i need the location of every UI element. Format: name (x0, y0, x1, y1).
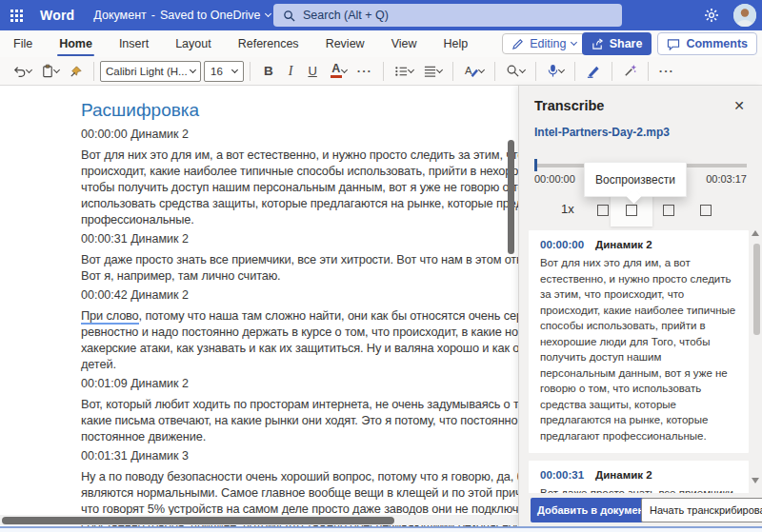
document-horizontal-scrollbar[interactable] (0, 515, 518, 525)
document-text-line: Вот для них это для им, а вот естественн… (81, 147, 518, 163)
transcript-entries-list[interactable]: 00:00:00Динамик 2Вот для них это для им,… (519, 227, 751, 493)
comments-button[interactable]: Comments (657, 32, 757, 55)
panel-scrollbar-thumb[interactable] (753, 244, 760, 335)
audio-file-link[interactable]: Intel-Partners-Day-2.mp3 (519, 114, 762, 139)
play-button[interactable] (626, 205, 637, 216)
document-vertical-scrollbar[interactable] (508, 140, 514, 254)
italic-button[interactable]: I (282, 60, 300, 83)
tab-file[interactable]: File (0, 30, 46, 57)
transcript-entry-card[interactable]: 00:00:31Динамик 2Вот даже просто знать в… (529, 461, 749, 493)
timestamp-speaker-label: 00:00:42 Динамик 2 (81, 288, 518, 303)
pencil-icon (511, 38, 524, 50)
svg-text:A: A (465, 65, 472, 76)
transcribe-panel: Transcribe ✕ Intel-Partners-Day-2.mp3 00… (518, 86, 762, 526)
editing-label: Editing (530, 37, 566, 50)
restart-transcription-button[interactable]: Начать транскрибирование заново (641, 498, 762, 522)
line-spacing-button[interactable] (419, 60, 446, 83)
magic-wand-button[interactable] (619, 60, 641, 83)
timestamp-speaker-label: 00:01:09 Динамик 2 (81, 377, 518, 391)
settings-gear-icon[interactable] (699, 3, 724, 28)
time-total: 00:03:17 (706, 173, 747, 185)
dictate-button[interactable] (543, 60, 568, 83)
search-input[interactable]: Search (Alt + Q) (273, 4, 622, 27)
chevron-down-icon (265, 10, 271, 17)
player-controls: 1x Воспроизвести (519, 194, 762, 227)
chevron-down-icon (558, 66, 565, 72)
paste-button[interactable] (37, 60, 63, 83)
document-text-line: использовать средства защиты, которые пр… (81, 195, 518, 211)
chevron-down-icon (231, 66, 238, 72)
tab-insert[interactable]: Insert (106, 30, 162, 57)
document-title[interactable]: Документ - Saved to OneDrive (93, 9, 270, 22)
panel-scroll-down-icon[interactable] (752, 478, 759, 483)
transcript-block: 00:00:00 Динамик 2Вот для них это для им… (81, 128, 518, 227)
chevron-down-icon (408, 66, 414, 72)
horizontal-scrollbar-thumb[interactable] (2, 517, 394, 524)
entry-text: Вот даже просто знать все приемчики, все… (540, 485, 737, 493)
document-text-line: постоянное движение. (81, 428, 518, 444)
bullet-list-button[interactable] (391, 60, 417, 83)
tab-review[interactable]: Review (312, 30, 378, 57)
document-text-line: хакерские атаки, как узнавать и как их з… (81, 340, 518, 356)
document-text-line: чтобы получить доступ нашим персональным… (81, 179, 518, 195)
font-size-dropdown[interactable]: 16 (204, 61, 244, 82)
document-canvas[interactable]: Расшифровка 00:00:00 Динамик 2Вот для ни… (0, 86, 518, 526)
chevron-down-icon (478, 66, 485, 72)
tab-view[interactable]: View (378, 30, 431, 57)
toolbar-overflow-button[interactable]: ··· (655, 60, 678, 83)
document-text-line: Вот даже просто знать все приемчики, все… (81, 251, 518, 267)
document-text-line: Ну а по поводу безопасности очень хороши… (81, 468, 518, 484)
entry-speaker-label: Динамик 2 (595, 469, 652, 481)
transcript-entry-card[interactable]: 00:00:00Динамик 2Вот для них это для им,… (529, 230, 749, 453)
playback-speed-button[interactable]: 1x (561, 202, 574, 216)
entry-timestamp-link[interactable]: 00:00:31 (540, 469, 584, 481)
seek-thumb[interactable] (534, 159, 537, 171)
panel-scroll-up-icon[interactable] (752, 230, 759, 236)
timestamp-speaker-label: 00:01:31 Динамик 3 (81, 449, 518, 463)
entry-timestamp-link[interactable]: 00:00:00 (540, 239, 584, 250)
font-color-swatch (331, 75, 342, 78)
editing-mode-dropdown[interactable]: Editing (502, 33, 586, 54)
chevron-down-icon (436, 66, 443, 72)
app-launcher-icon[interactable] (0, 0, 32, 30)
find-button[interactable] (502, 60, 529, 83)
share-icon (592, 38, 604, 50)
more-font-options-button[interactable]: ··· (353, 60, 376, 83)
share-button[interactable]: Share (582, 32, 652, 55)
entry-text: Вот для них это для им, а вот естественн… (540, 255, 737, 443)
timestamp-speaker-label: 00:00:31 Динамик 2 (81, 232, 518, 246)
forward-button[interactable] (663, 205, 674, 216)
tab-layout[interactable]: Layout (162, 30, 225, 57)
font-name-dropdown[interactable]: Calibri Light (H... (100, 61, 201, 82)
ribbon-tabs-bar: FileHomeInsertLayoutReferencesReviewView… (0, 30, 762, 57)
rewind-button[interactable] (597, 205, 609, 216)
tab-home[interactable]: Home (46, 30, 106, 57)
document-text-line: детей. (81, 356, 518, 372)
tab-help[interactable]: Help (431, 30, 482, 57)
chevron-down-icon (571, 39, 577, 46)
panel-title: Transcribe (534, 98, 604, 113)
styles-button[interactable]: A (460, 60, 488, 83)
transcript-block: 00:00:42 Динамик 2При слово, потому что … (81, 288, 518, 372)
format-painter-button[interactable] (65, 60, 87, 83)
comment-icon (667, 38, 680, 50)
undo-button[interactable] (9, 60, 35, 83)
font-color-button[interactable]: A (326, 60, 351, 83)
volume-button[interactable] (700, 205, 712, 216)
play-tooltip: Воспроизвести (584, 162, 687, 197)
bold-button[interactable]: B (257, 60, 280, 83)
chevron-down-icon (519, 66, 526, 72)
audio-player: 00:00:00 00:03:17 1x Воспроизвести (519, 139, 762, 230)
document-heading: Расшифровка (81, 99, 518, 122)
close-icon[interactable]: ✕ (730, 97, 749, 114)
timestamp-speaker-label: 00:00:00 Динамик 2 (81, 128, 518, 142)
user-avatar[interactable] (733, 4, 756, 27)
transcript-block: 00:00:31 Динамик 2Вот даже просто знать … (81, 232, 518, 284)
chevron-down-icon (26, 66, 32, 72)
grammar-underlined-text: При слово (81, 308, 139, 325)
underline-button[interactable]: U (301, 60, 323, 83)
time-current: 00:00:00 (534, 173, 575, 185)
tab-references[interactable]: References (225, 30, 312, 57)
chevron-down-icon (190, 66, 196, 72)
editor-button[interactable] (582, 60, 605, 83)
